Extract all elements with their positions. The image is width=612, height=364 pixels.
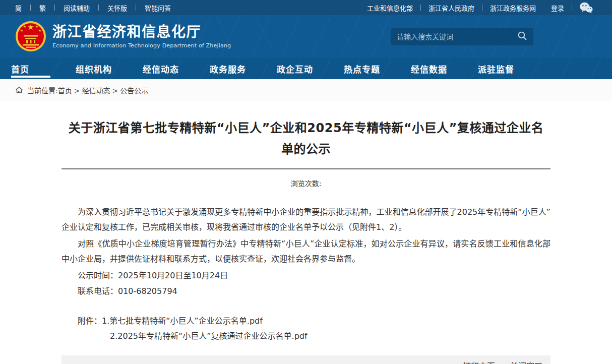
brand-text: 浙江省经济和信息化厅 Economy and Information Techn…: [52, 24, 231, 49]
topbar-divider: [572, 5, 572, 11]
nav-item-label: 热点专题: [344, 63, 380, 75]
site-title: 浙江省经济和信息化厅: [52, 24, 231, 40]
nav-item-label: 派驻监督: [478, 63, 514, 75]
svg-text:★: ★: [35, 25, 38, 29]
attachment-row: 附件：1.第七批专精特新“小巨人”企业公示名单.pdf: [62, 314, 550, 329]
svg-text:★: ★: [20, 29, 23, 33]
print-page-button[interactable]: 打印本页: [463, 359, 495, 364]
topbar-right-links: 工业和信息化部浙江省人民政府浙江政务服务网 登录: [367, 2, 593, 14]
attachment-link-2[interactable]: 2.2025年专精特新“小巨人”复核通过企业公示名单.pdf: [110, 331, 308, 341]
search-input[interactable]: [391, 28, 515, 45]
nav-item[interactable]: 政企互动: [277, 58, 313, 79]
article-paragraph: 对照《优质中小企业梯度培育管理暂行办法》中专精特新“小巨人”企业认定标准，如对公…: [62, 236, 550, 267]
breadcrumb-separator: >: [74, 87, 80, 95]
svg-text:★: ★: [38, 29, 41, 33]
nav-item-label: 经信数据: [411, 63, 447, 75]
search-icon: [517, 31, 527, 42]
login-link[interactable]: 登录: [543, 3, 572, 13]
article-paragraph: 为深入贯彻习近平总书记关于激发涌现更多专精特新中小企业的重要指示批示精神，工业和…: [62, 205, 550, 235]
top-utility-bar: 简繁阅读辅助关怀版智能问答 工业和信息化部浙江省人民政府浙江政务服务网 登录: [0, 0, 612, 15]
article-title: 关于浙江省第七批专精特新“小巨人”企业和2025年专精特新“小巨人”复核通过企业…: [62, 117, 550, 160]
page-actions-bar: 打印本页 关闭窗口: [62, 355, 550, 364]
nav-item-label: 政务服务: [210, 63, 246, 75]
topbar-link[interactable]: 繁: [31, 3, 54, 13]
nav-item-label: 政企互动: [277, 63, 313, 75]
attachment-row: 2.2025年专精特新“小巨人”复核通过企业公示名单.pdf: [62, 329, 550, 344]
article-paragraphs: 为深入贯彻习近平总书记关于激发涌现更多专精特新中小企业的重要指示批示精神，工业和…: [62, 205, 550, 267]
site-brand[interactable]: ★ ★ ★ ★ ★ 浙江省经济和信息化厅 Economy and Informa…: [14, 20, 231, 53]
article-body: 为深入贯彻习近平总书记关于激发涌现更多专精特新中小企业的重要指示批示精神，工业和…: [62, 205, 550, 344]
nav-item-label: 经信动态: [143, 63, 179, 75]
nav-item[interactable]: 派驻监督: [478, 58, 514, 79]
breadcrumb-item[interactable]: 公告公示: [120, 87, 148, 95]
national-emblem-logo: ★ ★ ★ ★ ★: [14, 20, 47, 53]
nav-item[interactable]: 经信数据: [411, 58, 447, 79]
nav-item[interactable]: 首页: [11, 58, 29, 79]
topbar-left-links: 简繁阅读辅助关怀版智能问答: [15, 3, 179, 13]
breadcrumb-prefix: 当前位置:: [27, 85, 58, 95]
topbar-link[interactable]: 关怀版: [99, 3, 136, 13]
close-window-button[interactable]: 关闭窗口: [510, 359, 542, 364]
attachments-label: 附件：: [78, 316, 102, 326]
topbar-link[interactable]: 阅读辅助: [55, 3, 98, 13]
nav-item-label: 首页: [11, 63, 29, 75]
attachments-block: 附件：1.第七批专精特新“小巨人”企业公示名单.pdf 2.2025年专精特新“…: [62, 314, 550, 344]
contact-phone-line: 联系电话：010-68205794: [62, 284, 550, 299]
topbar-external-link[interactable]: 浙江政务服务网: [482, 3, 543, 13]
wechat-icon[interactable]: [579, 2, 593, 14]
nav-item-label: 组织机构: [76, 63, 112, 75]
svg-text:★: ★: [23, 25, 26, 29]
site-header: ★ ★ ★ ★ ★ 浙江省经济和信息化厅 Economy and Informa…: [0, 15, 612, 58]
home-icon: [15, 86, 23, 94]
site-subtitle: Economy and Information Technology Depar…: [52, 42, 231, 49]
attachment-link-1[interactable]: 1.第七批专精特新“小巨人”企业公示名单.pdf: [102, 316, 263, 326]
search-box: [391, 28, 533, 45]
topbar-link[interactable]: 简: [15, 3, 30, 13]
nav-item[interactable]: 政务服务: [210, 58, 246, 79]
nav-item[interactable]: 组织机构: [76, 58, 112, 79]
publicity-time-line: 公示时间：2025年10月20日至10月24日: [62, 268, 550, 283]
breadcrumb-item[interactable]: 首页: [58, 87, 72, 95]
breadcrumb-item[interactable]: 经信动态: [82, 87, 110, 95]
article-container: 关于浙江省第七批专精特新“小巨人”企业和2025年专精特新“小巨人”复核通过企业…: [62, 101, 550, 364]
topbar-external-link[interactable]: 浙江省人民政府: [421, 3, 482, 13]
search-button[interactable]: [515, 31, 533, 42]
view-count-label: 浏览次数:: [62, 178, 550, 188]
breadcrumb-trail: 首页>经信动态>公告公示: [58, 85, 148, 95]
nav-item[interactable]: 经信动态: [143, 58, 179, 79]
topbar-site-links: 工业和信息化部浙江省人民政府浙江政务服务网: [367, 3, 543, 13]
title-divider: [62, 168, 550, 169]
breadcrumb-separator: >: [112, 87, 118, 95]
svg-text:★: ★: [27, 23, 34, 32]
topbar-link[interactable]: 智能问答: [136, 3, 179, 13]
main-nav: 首页组织机构经信动态政务服务政企互动热点专题经信数据派驻监督: [0, 58, 612, 79]
breadcrumb-bar: 当前位置: 首页>经信动态>公告公示: [0, 79, 612, 101]
topbar-external-link[interactable]: 工业和信息化部: [367, 3, 420, 13]
nav-item[interactable]: 热点专题: [344, 58, 380, 79]
